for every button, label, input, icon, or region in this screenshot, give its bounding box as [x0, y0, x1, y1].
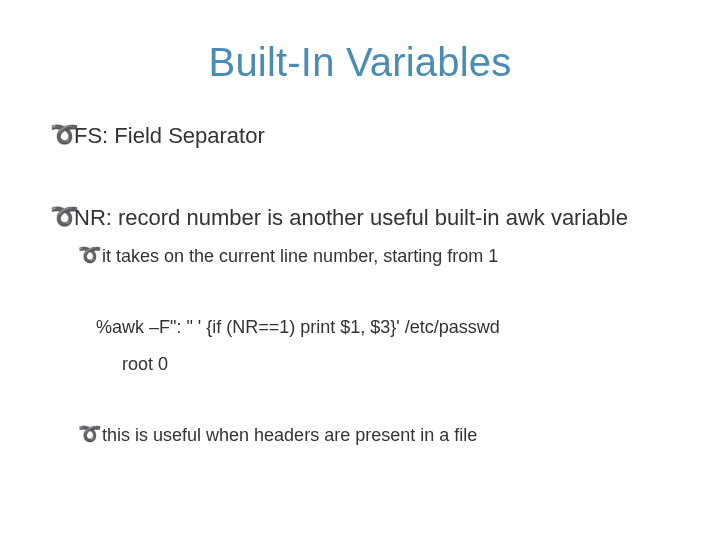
code-output: root 0 — [122, 352, 670, 377]
code-text: %awk –F": " ' {if (NR==1) print $1, $3}'… — [96, 317, 500, 337]
bullet-text: NR: record number is another useful buil… — [74, 205, 628, 230]
code-example: %awk –F": " ' {if (NR==1) print $1, $3}'… — [96, 315, 670, 340]
bullet-icon: ➰ — [78, 425, 102, 444]
bullet-nr: ➰ NR: record number is another useful bu… — [50, 203, 670, 233]
bullet-note: ➰ this is useful when headers are presen… — [78, 423, 670, 447]
spacer — [50, 383, 670, 423]
bullet-icon: ➰ — [50, 205, 79, 228]
bullet-icon: ➰ — [78, 246, 102, 265]
slide-title: Built-In Variables — [50, 40, 670, 85]
bullet-text: FS: Field Separator — [74, 123, 265, 148]
bullet-text: this is useful when headers are present … — [102, 425, 477, 445]
bullet-nr-detail: ➰ it takes on the current line number, s… — [78, 244, 670, 268]
bullet-icon: ➰ — [50, 123, 79, 146]
slide: Built-In Variables ➰ FS: Field Separator… — [0, 0, 720, 540]
bullet-text: it takes on the current line number, sta… — [102, 246, 498, 266]
spacer — [50, 157, 670, 203]
bullet-fs: ➰ FS: Field Separator — [50, 121, 670, 151]
spacer — [50, 275, 670, 315]
output-text: root 0 — [122, 354, 168, 374]
